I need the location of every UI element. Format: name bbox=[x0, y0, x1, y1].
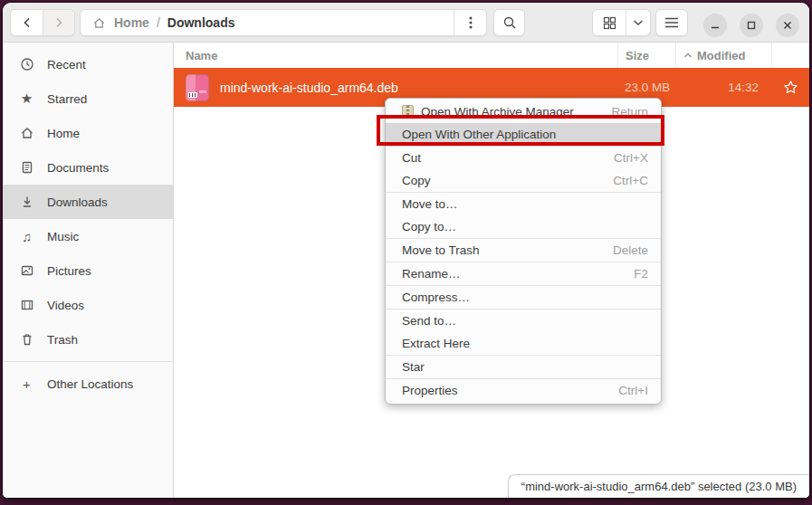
sidebar-item-downloads[interactable]: Downloads bbox=[3, 185, 173, 219]
archive-manager-icon bbox=[402, 105, 414, 119]
minimize-icon bbox=[710, 20, 721, 31]
sidebar-item-label: Recent bbox=[47, 58, 86, 71]
sidebar-item-home[interactable]: Home bbox=[3, 116, 173, 150]
menu-item-cut[interactable]: Cut Ctrl+X bbox=[386, 147, 661, 169]
grid-view-button[interactable] bbox=[593, 10, 626, 35]
titlebar: Home / Downloads bbox=[3, 3, 809, 43]
menu-item-copy-to[interactable]: Copy to… bbox=[386, 215, 661, 238]
menu-item-move-to[interactable]: Move to… bbox=[386, 193, 661, 215]
star-outline-icon bbox=[783, 80, 798, 95]
file-modified-cell: 14:32 bbox=[675, 68, 771, 107]
download-icon bbox=[19, 195, 34, 210]
search-button[interactable] bbox=[493, 9, 525, 36]
trash-icon bbox=[19, 332, 34, 348]
back-button[interactable] bbox=[11, 10, 43, 35]
sidebar-item-other-locations[interactable]: + Other Locations bbox=[3, 367, 173, 401]
sidebar-item-label: Downloads bbox=[47, 195, 108, 209]
breadcrumb-current[interactable]: Downloads bbox=[167, 15, 235, 30]
grid-view-icon bbox=[603, 16, 616, 30]
file-name-cell: mind-work-ai-studio_arm64.deb bbox=[174, 74, 617, 101]
sidebar-item-label: Videos bbox=[47, 299, 84, 312]
maximize-icon bbox=[746, 20, 757, 31]
sidebar-item-label: Other Locations bbox=[47, 377, 133, 391]
shortcut-label: Ctrl+I bbox=[618, 384, 648, 397]
menu-item-rename[interactable]: Rename… F2 bbox=[386, 262, 661, 285]
plus-icon: + bbox=[19, 376, 34, 392]
sidebar-item-label: Music bbox=[47, 230, 79, 243]
menu-item-extract-here[interactable]: Extract Here bbox=[386, 332, 661, 355]
status-bar: “mind-work-ai-studio_arm64.deb” selected… bbox=[508, 474, 809, 498]
sidebar: Recent ★ Starred Home Documents bbox=[3, 43, 174, 498]
main-menu-button[interactable] bbox=[655, 9, 688, 36]
barcode-label bbox=[188, 92, 197, 98]
file-name: mind-work-ai-studio_arm64.deb bbox=[220, 81, 398, 95]
close-icon bbox=[782, 20, 793, 31]
column-header-size[interactable]: Size bbox=[617, 43, 675, 68]
chevron-right-icon bbox=[53, 17, 64, 28]
view-toggle-split-button bbox=[592, 9, 651, 36]
path-options-button[interactable] bbox=[454, 10, 486, 35]
column-header-star bbox=[771, 43, 809, 68]
forward-button[interactable] bbox=[43, 10, 74, 35]
kebab-menu-icon bbox=[469, 15, 473, 30]
shortcut-label: F2 bbox=[634, 267, 648, 281]
shortcut-label: Ctrl+X bbox=[614, 151, 648, 165]
home-icon bbox=[19, 126, 34, 141]
sidebar-item-recent[interactable]: Recent bbox=[3, 47, 173, 81]
search-icon bbox=[502, 15, 517, 30]
shortcut-label: Delete bbox=[613, 243, 648, 257]
view-options-dropdown[interactable] bbox=[626, 10, 650, 35]
home-icon bbox=[91, 15, 107, 31]
sidebar-item-trash[interactable]: Trash bbox=[3, 322, 173, 357]
clock-icon bbox=[19, 57, 34, 72]
shortcut-label: Ctrl+C bbox=[613, 174, 648, 187]
icon-detail bbox=[199, 91, 206, 93]
sidebar-item-label: Starred bbox=[47, 92, 87, 106]
music-note-icon: ♫ bbox=[19, 229, 34, 244]
menu-item-send-to[interactable]: Send to… bbox=[386, 310, 661, 332]
menu-item-open-with-archive-manager[interactable]: Open With Archive Manager Return bbox=[386, 100, 661, 123]
sidebar-item-documents[interactable]: Documents bbox=[3, 150, 173, 185]
sort-ascending-icon bbox=[683, 52, 693, 59]
menu-item-compress[interactable]: Compress… bbox=[386, 286, 661, 309]
maximize-button[interactable] bbox=[740, 14, 763, 37]
selection-status-text: “mind-work-ai-studio_arm64.deb” selected… bbox=[521, 480, 797, 493]
chevron-down-icon bbox=[633, 19, 644, 26]
context-menu: Open With Archive Manager Return Open Wi… bbox=[385, 98, 662, 405]
sidebar-item-music[interactable]: ♫ Music bbox=[3, 219, 173, 253]
picture-icon bbox=[19, 263, 34, 279]
close-button[interactable] bbox=[776, 14, 799, 37]
column-header-modified[interactable]: Modified bbox=[675, 43, 771, 68]
document-icon bbox=[19, 160, 34, 176]
menu-item-move-to-trash[interactable]: Move to Trash Delete bbox=[386, 239, 661, 262]
menu-item-copy[interactable]: Copy Ctrl+C bbox=[386, 169, 661, 192]
breadcrumb-separator: / bbox=[157, 15, 160, 30]
menu-item-star[interactable]: Star bbox=[386, 356, 661, 378]
column-header-name[interactable]: Name bbox=[174, 49, 617, 62]
sidebar-item-label: Home bbox=[47, 127, 80, 140]
file-modified-time: 14:32 bbox=[728, 81, 759, 94]
chevron-left-icon bbox=[22, 17, 33, 28]
sidebar-item-label: Trash bbox=[47, 333, 78, 347]
sidebar-item-videos[interactable]: Videos bbox=[3, 288, 173, 322]
film-icon bbox=[19, 298, 34, 313]
navigation-buttons bbox=[10, 9, 75, 36]
file-size: 23.0 MB bbox=[625, 81, 670, 94]
column-headers: Name Size Modified bbox=[174, 43, 809, 68]
file-manager-window: Home / Downloads bbox=[3, 3, 809, 498]
sidebar-item-label: Pictures bbox=[47, 264, 91, 278]
breadcrumb-home[interactable]: Home bbox=[114, 15, 149, 30]
sidebar-separator bbox=[3, 361, 173, 362]
sidebar-item-pictures[interactable]: Pictures bbox=[3, 253, 173, 288]
shortcut-label: Return bbox=[611, 105, 648, 119]
menu-item-properties[interactable]: Properties Ctrl+I bbox=[386, 379, 661, 402]
sidebar-item-starred[interactable]: ★ Starred bbox=[3, 81, 173, 116]
path-bar[interactable]: Home / Downloads bbox=[80, 9, 487, 36]
star-icon: ★ bbox=[19, 91, 34, 107]
hamburger-menu-icon bbox=[664, 17, 679, 28]
minimize-button[interactable] bbox=[703, 14, 727, 37]
deb-package-icon bbox=[186, 74, 209, 101]
file-star-cell[interactable] bbox=[771, 68, 809, 107]
sidebar-item-label: Documents bbox=[47, 161, 109, 175]
menu-item-open-with-other-application[interactable]: Open With Other Application bbox=[386, 123, 661, 146]
